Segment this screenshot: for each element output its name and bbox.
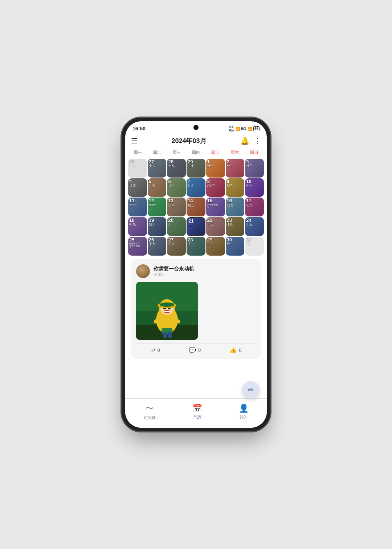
wifi-icon: 📶 bbox=[236, 127, 240, 131]
calendar-container[interactable]: 周一 周二 周三 周四 周五 周六 周日 26 十七 27 十八 28 bbox=[125, 147, 267, 398]
nav-timeline[interactable]: 〜 时间轴 bbox=[136, 402, 163, 422]
nav-profile-label: 我的 bbox=[240, 414, 248, 420]
svg-rect-11 bbox=[167, 311, 169, 312]
like-button[interactable]: 👍 0 bbox=[229, 347, 241, 354]
cal-cell-23[interactable]: 23 十四 bbox=[226, 217, 245, 236]
cal-cell-31[interactable]: 31 廿二 bbox=[245, 237, 264, 256]
nav-calendar[interactable]: 📅 日历 bbox=[185, 402, 209, 421]
signal-icon: 5G bbox=[241, 127, 246, 131]
cal-cell-3[interactable]: 3 廿三 bbox=[245, 159, 264, 178]
cal-cell-29-mar[interactable]: 29 二十 bbox=[206, 237, 225, 256]
share-count: 0 bbox=[158, 347, 160, 353]
cal-cell-21[interactable]: 21 十二 bbox=[187, 217, 205, 236]
weekday-fri: 周五 bbox=[206, 149, 225, 156]
post-time: 01:09 bbox=[154, 272, 194, 277]
month-title: 2024年03月 bbox=[171, 137, 206, 145]
svg-rect-17 bbox=[168, 332, 172, 338]
weekday-mon: 周一 bbox=[128, 149, 147, 156]
nav-calendar-label: 日历 bbox=[193, 414, 201, 420]
network-speed: 4.7K/s bbox=[229, 125, 234, 132]
battery-icon: 66 bbox=[253, 126, 260, 131]
bottom-nav: 〜 时间轴 📅 日历 👤 我的 bbox=[125, 398, 267, 428]
nav-timeline-label: 时间轴 bbox=[144, 415, 156, 420]
profile-icon: 👤 bbox=[239, 404, 249, 413]
status-icons: 4.7K/s 📶 5G 📶 66 bbox=[229, 125, 260, 132]
svg-rect-16 bbox=[163, 332, 167, 338]
like-icon: 👍 bbox=[229, 347, 237, 354]
menu-icon[interactable]: ☰ bbox=[131, 137, 138, 145]
post-card: 你需要一台永动机 01:09 bbox=[131, 259, 261, 359]
timeline-icon: 〜 bbox=[146, 403, 154, 414]
post-header: 你需要一台永动机 01:09 bbox=[136, 264, 256, 278]
cal-cell-29-feb[interactable]: 29 二十 bbox=[187, 159, 205, 178]
cal-cell-30[interactable]: 30 廿一 bbox=[226, 237, 245, 256]
cal-cell-4[interactable]: 4 廿四 bbox=[128, 178, 147, 197]
cal-cell-15[interactable]: 15 消费者权益日 bbox=[206, 198, 225, 216]
more-icon[interactable]: ⋮ bbox=[254, 137, 261, 145]
cal-cell-19[interactable]: 19 初十 bbox=[148, 217, 167, 236]
post-avatar bbox=[136, 264, 150, 278]
camera-notch bbox=[193, 125, 199, 130]
calendar-icon: 📅 bbox=[192, 404, 202, 413]
cal-cell-22[interactable]: 22 十三 bbox=[206, 217, 225, 236]
cal-cell-27[interactable]: 27 十八 bbox=[148, 159, 167, 178]
post-info: 你需要一台永动机 01:09 bbox=[154, 266, 194, 277]
comment-count: 0 bbox=[198, 347, 201, 353]
cal-cell-27-mar[interactable]: 27 十八 bbox=[167, 237, 186, 256]
nav-profile[interactable]: 👤 我的 bbox=[232, 402, 256, 421]
svg-rect-10 bbox=[165, 311, 167, 312]
cal-cell-2[interactable]: 2 廿二 bbox=[226, 159, 245, 178]
post-title: 你需要一台永动机 bbox=[154, 266, 194, 272]
post-actions: ↗ 0 💬 0 👍 0 bbox=[136, 343, 256, 354]
cal-cell-9[interactable]: 9 初九 bbox=[226, 178, 245, 197]
cal-cell-8[interactable]: 8 妇女节 bbox=[206, 178, 225, 197]
weekday-sat: 周六 bbox=[225, 149, 244, 156]
cal-cell-6[interactable]: 6 廿六 bbox=[167, 178, 186, 197]
weekday-wed: 周三 bbox=[167, 149, 186, 156]
notification-icon[interactable]: 🔔 bbox=[240, 137, 249, 145]
status-time: 16:50 bbox=[132, 126, 146, 131]
cal-cell-10[interactable]: 10 初一 bbox=[245, 178, 264, 197]
cal-cell-26[interactable]: 26 十七 bbox=[148, 237, 167, 256]
cal-cell-25[interactable]: 25 全国中小学生安全教育日 bbox=[128, 237, 147, 256]
avatar-image bbox=[136, 264, 150, 278]
cal-cell-16[interactable]: 16 初七 bbox=[226, 198, 245, 216]
cal-cell-14[interactable]: 14 初五 bbox=[187, 198, 205, 216]
post-image[interactable] bbox=[136, 282, 198, 340]
signal2-icon: 📶 bbox=[248, 127, 252, 131]
comment-button[interactable]: 💬 0 bbox=[189, 347, 201, 354]
weekday-sun: 周日 bbox=[245, 149, 264, 156]
comment-icon: 💬 bbox=[189, 347, 196, 354]
cal-cell-26-feb[interactable]: 26 十七 bbox=[128, 159, 147, 178]
cal-cell-18[interactable]: 18 初九 bbox=[128, 217, 147, 236]
header-right: 🔔 ⋮ bbox=[240, 137, 261, 145]
cal-cell-7[interactable]: 7 廿七 bbox=[187, 178, 205, 197]
weekday-tue: 周二 bbox=[147, 149, 167, 156]
cal-cell-28[interactable]: 28 十九 bbox=[167, 159, 186, 178]
post-image-svg bbox=[136, 282, 198, 340]
cal-cell-24[interactable]: 24 十五 bbox=[245, 217, 264, 236]
like-count: 0 bbox=[239, 347, 241, 353]
svg-point-18 bbox=[160, 302, 174, 307]
cal-cell-5[interactable]: 5 廿五 bbox=[148, 178, 167, 197]
cal-cell-13[interactable]: 13 初四 bbox=[167, 198, 186, 216]
fab-compose-button[interactable]: ✏ bbox=[242, 381, 260, 399]
calendar-grid: 26 十七 27 十八 28 十九 29 二十 1 廿一 bbox=[128, 159, 264, 256]
cal-cell-17[interactable]: 17 初八 bbox=[245, 198, 264, 216]
weekday-thu: 周四 bbox=[186, 149, 205, 156]
cal-cell-12[interactable]: 12 植树节 bbox=[148, 198, 167, 216]
share-button[interactable]: ↗ 0 bbox=[151, 347, 160, 354]
cal-cell-11[interactable]: 11 龙头节 bbox=[128, 198, 147, 216]
compose-icon: ✏ bbox=[248, 386, 254, 394]
weekday-header: 周一 周二 周三 周四 周五 周六 周日 bbox=[128, 147, 264, 158]
app-header: ☰ 2024年03月 🔔 ⋮ bbox=[125, 134, 267, 147]
share-icon: ↗ bbox=[151, 347, 155, 354]
cal-cell-1[interactable]: 1 廿一 bbox=[206, 159, 225, 178]
phone-frame: 16:50 4.7K/s 📶 5G 📶 66 ☰ 2024年03月 🔔 ⋮ 周一… bbox=[125, 121, 267, 428]
cal-cell-20[interactable]: 20 十一 bbox=[167, 217, 186, 236]
cal-cell-28-mar[interactable]: 28 十九 bbox=[187, 237, 205, 256]
